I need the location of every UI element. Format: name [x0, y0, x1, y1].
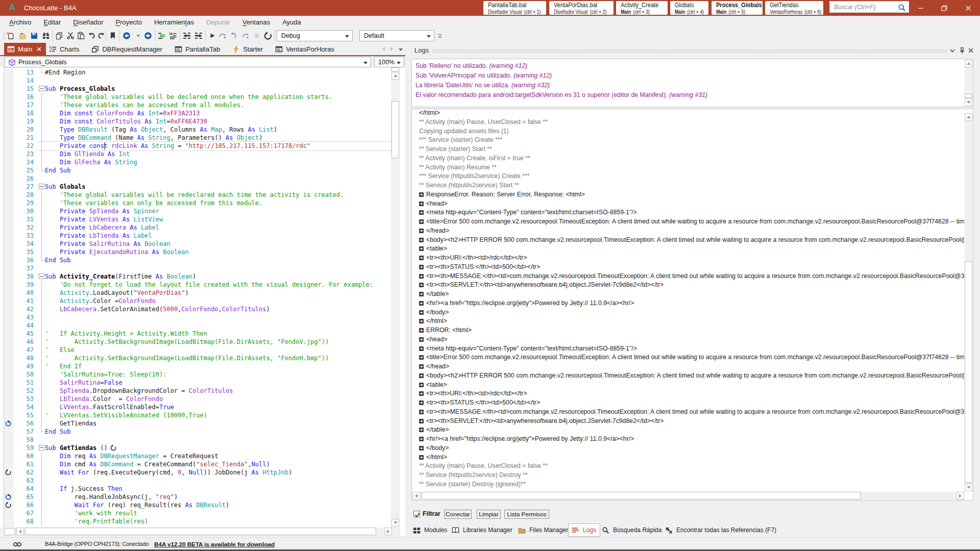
- log-entry[interactable]: <tr><th>URI:</th><td>/rdc</td></tr>: [412, 254, 964, 263]
- code-line-26[interactable]: 26: [0, 174, 391, 183]
- tab-list-icon[interactable]: [399, 48, 403, 51]
- code-line-53[interactable]: 53 LbTienda.Color = ColorFondo: [0, 395, 391, 403]
- code-line-48[interactable]: 48' Activity.SetBackgroundImage(LoadBitm…: [0, 354, 391, 362]
- member-selector[interactable]: Process_Globals: [4, 57, 371, 67]
- quick-tab-process_globals[interactable]: Process_GlobalsMain (ctrl + 5): [712, 1, 763, 15]
- bottom-tab-logs[interactable]: Logs: [568, 523, 600, 537]
- permissions-button[interactable]: Lista Permisos: [504, 510, 549, 519]
- run-configuration-select[interactable]: Default: [359, 30, 434, 41]
- nav-back-icon[interactable]: [122, 32, 131, 40]
- build-configuration-select[interactable]: Debug: [277, 30, 353, 41]
- code-line-64[interactable]: 64 If j.Success Then: [0, 485, 391, 493]
- log-entry[interactable]: <tr><th>STATUS:</th><td>500</td></tr>: [412, 398, 964, 408]
- open-folder-icon[interactable]: [19, 32, 27, 40]
- log-entry[interactable]: <hr/><a href="https://eclipse.org/jetty"…: [412, 299, 964, 308]
- log-entry[interactable]: </html>: [412, 453, 964, 462]
- log-entry[interactable]: <tr><th>MESSAGE:</th><td>com.mchange.v2.…: [412, 408, 964, 417]
- code-line-58[interactable]: 58: [0, 436, 391, 444]
- quick-tab-ventapordias.bal[interactable]: VentaPorDias.balDiseñador Visual (ctrl +…: [549, 1, 614, 15]
- pin-icon[interactable]: [959, 47, 966, 54]
- log-entry[interactable]: ** Activity (main) Resume **: [412, 163, 964, 172]
- scroll-right-button[interactable]: [384, 528, 392, 535]
- splitter-handle[interactable]: [4, 528, 15, 535]
- code-line-36[interactable]: 36End Sub: [0, 256, 391, 264]
- log-entry[interactable]: <meta http-equiv="Content-Type" content=…: [412, 344, 964, 354]
- menu-diseñador[interactable]: Diseñador: [67, 16, 109, 28]
- log-entry[interactable]: </html>: [412, 109, 964, 118]
- code-line-43[interactable]: 43: [0, 313, 391, 321]
- bottom-tab-modules[interactable]: Modules: [413, 523, 447, 537]
- log-horizontal-scrollbar[interactable]: [412, 492, 964, 499]
- code-line-25[interactable]: 25End Sub: [0, 166, 391, 174]
- toolbar-overflow-icon[interactable]: [437, 34, 443, 39]
- code-line-49[interactable]: 49' End If: [0, 362, 391, 370]
- panel-menu-icon[interactable]: [949, 47, 956, 54]
- tab-scroll-right-icon[interactable]: [390, 47, 393, 51]
- menu-ventanas[interactable]: Ventanas: [236, 16, 276, 28]
- bottom-tab-libraries-manager[interactable]: Libraries Manager: [452, 523, 512, 537]
- log-entry[interactable]: </table>: [412, 290, 964, 299]
- log-entry[interactable]: <title>Error 500 com.mchange.v2.resource…: [412, 217, 964, 227]
- scroll-left-button[interactable]: [16, 528, 24, 535]
- doc-tab-ventasporhoras[interactable]: VentasPorHoras: [272, 43, 344, 55]
- code-line-62[interactable]: 62 Wait For (req.ExecuteQuery(cmd, 0, Nu…: [0, 468, 391, 477]
- scroll-down-button[interactable]: [965, 98, 972, 106]
- log-entry[interactable]: ERROR: <html>: [412, 326, 964, 335]
- bottom-tab-encontrar-todas-las-referencias-f7-[interactable]: Encontrar todas las Referencias (F7): [665, 523, 776, 537]
- scroll-up-button[interactable]: [391, 72, 399, 80]
- code-line-29[interactable]: 29 'These variables can only be accessed…: [0, 199, 391, 207]
- step-into-icon[interactable]: [230, 32, 238, 40]
- log-entry[interactable]: <body><h2>HTTP ERROR 500 com.mchange.v2.…: [412, 371, 964, 381]
- menu-proyecto[interactable]: Proyecto: [110, 16, 148, 28]
- doc-tab-dbrequestmanager[interactable]: DBRequestManager: [88, 43, 172, 55]
- code-line-39[interactable]: 39 'Do not forget to load the layout fil…: [0, 281, 391, 289]
- save-icon[interactable]: [30, 32, 38, 40]
- doc-tab-starter[interactable]: Starter: [229, 43, 272, 55]
- menu-depurar[interactable]: Depurar: [200, 16, 236, 28]
- log-entry[interactable]: <body><h2>HTTP ERROR 500 com.mchange.v2.…: [412, 236, 964, 245]
- code-line-54[interactable]: 54 LVVentas.FastScrollEnabled=True: [0, 403, 391, 411]
- scroll-down-button[interactable]: [965, 484, 972, 491]
- code-line-24[interactable]: 24 Dim GlFecha As String: [0, 158, 391, 166]
- stop-icon[interactable]: [253, 32, 261, 40]
- code-line-13[interactable]: 13#End Region: [0, 68, 391, 77]
- editor-horizontal-scrollbar[interactable]: [0, 528, 400, 536]
- code-line-42[interactable]: 42 LbCabecera.SetColorAnimated(5000,Colo…: [0, 305, 391, 313]
- bottom-tab-b-squeda-r-pida[interactable]: Búsqueda Rápida: [602, 523, 662, 537]
- code-line-23[interactable]: 23 Dim GlTienda As Int: [0, 150, 391, 158]
- log-entry[interactable]: </body>: [412, 444, 964, 453]
- log-entry[interactable]: ** Activity (main) Pause, UserClosed = f…: [412, 118, 964, 127]
- scrollbar-thumb[interactable]: [391, 101, 399, 158]
- log-entry[interactable]: <table>: [412, 244, 964, 254]
- menu-herramientas[interactable]: Herramientas: [148, 16, 200, 28]
- quick-tab-gettiendas[interactable]: GetTiendasVentasPorHoras (ctrl + 6): [765, 1, 823, 15]
- code-line-28[interactable]: 28 'These global variables will be redec…: [0, 191, 391, 199]
- doc-tab-main[interactable]: Main✕: [4, 43, 46, 55]
- package-icon[interactable]: [42, 32, 50, 40]
- tab-scroll-left-icon[interactable]: [382, 47, 385, 51]
- filter-checkbox[interactable]: [413, 511, 420, 517]
- code-line-33[interactable]: 33 Private LbTienda As Label: [0, 232, 391, 240]
- code-line-44[interactable]: 44: [0, 321, 391, 330]
- code-line-56[interactable]: 56 GetTiendas: [0, 419, 391, 428]
- update-link[interactable]: B4A v12.20 BETA is available for downloa…: [154, 541, 275, 548]
- outdent-icon[interactable]: [183, 32, 191, 40]
- log-entry[interactable]: ** Service (httputils2service) Start **: [412, 181, 964, 190]
- code-line-57[interactable]: 57End Sub: [0, 428, 391, 436]
- log-entry[interactable]: ** Activity (main) Create, isFirst = tru…: [412, 154, 964, 163]
- quick-tab-globals[interactable]: GlobalsMain (ctrl + 4): [670, 1, 708, 15]
- log-entry[interactable]: </table>: [412, 425, 964, 435]
- code-line-45[interactable]: 45' If Activity.Height > Activity.Width …: [0, 330, 391, 338]
- code-line-59[interactable]: 59Sub GetTiendas (): [0, 444, 391, 452]
- menu-ayuda[interactable]: Ayuda: [276, 16, 307, 28]
- log-entry[interactable]: ** Activity (main) Pause, UserClosed = f…: [412, 462, 964, 471]
- bottom-tab-files-manager[interactable]: Files Manager: [518, 523, 568, 537]
- clear-button[interactable]: Limpiar: [477, 510, 501, 519]
- code-line-38[interactable]: 38Sub Activity_Create(FirstTime As Boole…: [0, 272, 391, 281]
- quick-tab-activity_create[interactable]: Activity_CreateMain (ctrl + 3): [616, 1, 668, 15]
- scroll-up-button[interactable]: [965, 60, 972, 67]
- search-input[interactable]: Buscar (Ctrl+F): [829, 1, 909, 13]
- close-button[interactable]: [957, 0, 980, 16]
- code-line-61[interactable]: 61 Dim cmd As DBCommand = CreateCommand(…: [0, 460, 391, 468]
- log-entry[interactable]: ** Service (starter) Start **: [412, 145, 964, 154]
